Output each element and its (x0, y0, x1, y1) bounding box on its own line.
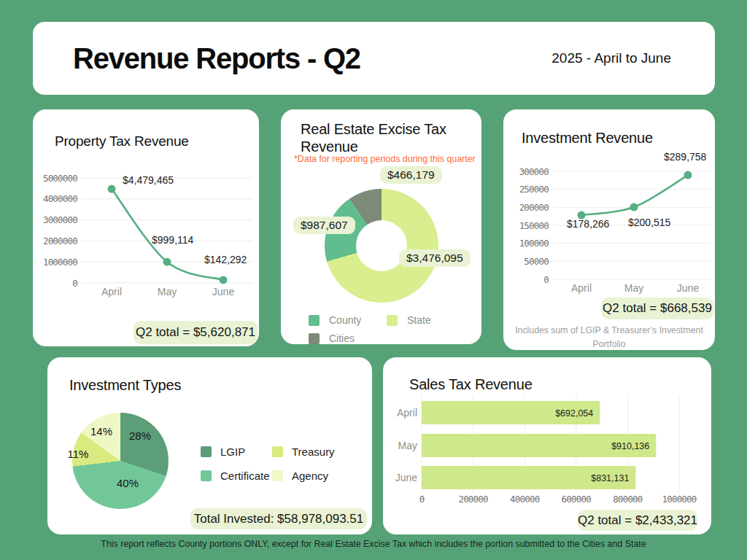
svg-text:April: April (397, 407, 417, 419)
svg-text:0: 0 (72, 278, 77, 289)
investment-revenue-footnote: Includes sum of LGIP & Treasurer’s Inves… (511, 324, 708, 351)
pie-label-lgip: 28% (129, 429, 151, 442)
sales-tax-total-badge: Q2 total = $2,433,321 (578, 510, 697, 531)
pie-label-agency: 14% (90, 425, 112, 438)
excise-tax-donut-chart (325, 189, 438, 303)
legend-item-lgip: LGIP (201, 446, 245, 458)
svg-text:200000: 200000 (458, 494, 488, 505)
donut-label-state: $3,476,095 (399, 249, 471, 267)
legend-label-agency: Agency (292, 470, 328, 482)
report-period: 2025 - April to June (551, 50, 671, 66)
svg-text:3000000: 3000000 (43, 214, 77, 225)
pie-label-treasury: 11% (68, 448, 89, 460)
svg-text:100000: 100000 (519, 238, 549, 249)
data-point (630, 203, 638, 211)
legend-item-state: State (387, 314, 431, 326)
legend-item-cities: Cities (309, 332, 355, 344)
pie-label-certificate: 40% (117, 477, 139, 489)
legend-label-county: County (329, 314, 361, 326)
data-point (108, 184, 116, 192)
legend-label-treasury: Treasury (292, 446, 335, 458)
svg-text:0: 0 (419, 494, 425, 505)
svg-text:250000: 250000 (519, 184, 549, 195)
header-card: Revenue Reports - Q2 2025 - April to Jun… (33, 22, 715, 95)
investment-revenue-card: Investment Revenue 050000100000150000200… (503, 109, 715, 350)
donut-label-cities: $466,179 (380, 166, 442, 184)
investment-types-title: Investment Types (69, 377, 181, 394)
svg-text:June: June (677, 282, 700, 294)
legend-swatch-lgip (201, 446, 212, 457)
svg-text:$692,054: $692,054 (555, 408, 593, 419)
svg-text:$910,136: $910,136 (611, 441, 649, 451)
svg-text:200000: 200000 (519, 202, 549, 213)
data-point (684, 171, 692, 179)
svg-text:April: April (571, 282, 592, 294)
legend-label-lgip: LGIP (220, 446, 245, 458)
sales-tax-card: Sales Tax Revenue 0200000400000600000800… (383, 357, 711, 534)
svg-text:5000000: 5000000 (43, 173, 77, 184)
svg-text:June: June (212, 286, 235, 298)
revenue-dashboard: Revenue Reports - Q2 2025 - April to Jun… (0, 0, 747, 560)
svg-text:600000: 600000 (562, 494, 592, 505)
donut-label-county: $987,607 (293, 217, 355, 234)
svg-text:0: 0 (543, 274, 549, 285)
svg-text:800000: 800000 (613, 494, 643, 505)
svg-text:$178,266: $178,266 (567, 218, 610, 230)
svg-text:$831,131: $831,131 (591, 473, 629, 483)
legend-label-certificate: Certificate (220, 470, 270, 482)
investment-types-card: Investment Types 28% 40% 11% 14% LGIP Tr… (47, 357, 372, 534)
svg-text:1000000: 1000000 (43, 257, 77, 268)
property-tax-line-chart: 010000002000000300000040000005000000Apri… (33, 109, 259, 306)
data-point (220, 276, 228, 284)
legend-item-certificate: Certificate (201, 470, 270, 482)
svg-text:300000: 300000 (519, 166, 549, 177)
svg-text:May: May (624, 282, 643, 294)
property-tax-total-badge: Q2 total = $5,620,871 (133, 321, 258, 344)
svg-text:400000: 400000 (510, 494, 540, 505)
legend-swatch-treasury (272, 446, 283, 457)
svg-text:1000000: 1000000 (662, 494, 696, 505)
legend-swatch-certificate (201, 470, 212, 481)
legend-item-treasury: Treasury (272, 446, 335, 458)
svg-text:$200,515: $200,515 (628, 217, 671, 228)
svg-text:$142,292: $142,292 (204, 254, 247, 265)
legend-swatch-agency (272, 470, 283, 481)
investment-types-pie-chart (72, 413, 169, 509)
sales-tax-bar-chart: 02000004000006000008000001000000April$69… (383, 357, 711, 507)
legend-swatch-cities (309, 333, 320, 344)
svg-text:May: May (158, 286, 177, 298)
svg-text:$4,479,465: $4,479,465 (123, 174, 174, 186)
legend-swatch-state (387, 315, 398, 326)
property-tax-card: Property Tax Revenue 0100000020000003000… (33, 109, 259, 346)
excise-tax-card: Real Estate Excise Tax Revenue *Data for… (281, 109, 481, 344)
investment-revenue-total-badge: Q2 total = $668,539 (601, 298, 713, 319)
legend-label-state: State (407, 314, 431, 326)
legend-label-cities: Cities (329, 332, 355, 344)
svg-text:June: June (395, 472, 418, 483)
svg-text:$289,758: $289,758 (664, 151, 707, 163)
legend-swatch-county (309, 315, 320, 326)
data-point (163, 258, 171, 266)
legend-item-county: County (309, 314, 361, 326)
svg-text:May: May (398, 440, 417, 451)
excise-tax-title: Real Estate Excise Tax Revenue (301, 121, 472, 155)
svg-text:April: April (101, 286, 122, 298)
excise-tax-note: *Data for reporting periods during this … (294, 154, 476, 164)
total-invested-badge: Total Invested: $58,978,093.51 (190, 508, 367, 529)
investment-revenue-line-chart: 050000100000150000200000250000300000Apri… (503, 109, 715, 298)
legend-item-agency: Agency (272, 470, 328, 482)
svg-text:50000: 50000 (524, 256, 549, 267)
footer-disclaimer: This report reflects County portions ONL… (0, 539, 747, 549)
svg-text:$999,114: $999,114 (152, 234, 194, 246)
svg-text:4000000: 4000000 (43, 193, 77, 204)
page-title: Revenue Reports - Q2 (73, 42, 360, 75)
svg-text:2000000: 2000000 (43, 236, 77, 246)
svg-text:150000: 150000 (519, 220, 549, 231)
